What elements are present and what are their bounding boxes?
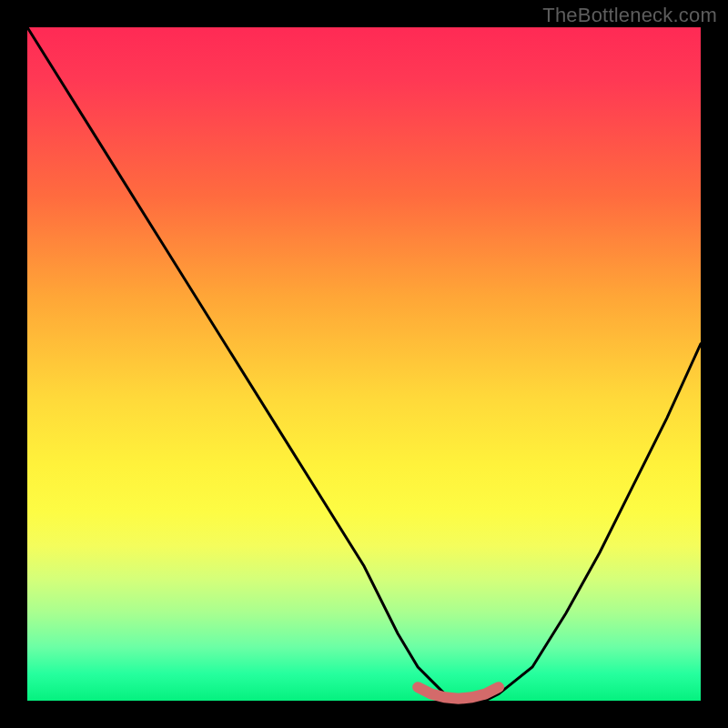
chart-svg	[27, 27, 701, 701]
chart-frame: TheBottleneck.com	[0, 0, 728, 728]
flat-marker-path	[418, 687, 499, 699]
watermark-text: TheBottleneck.com	[542, 4, 717, 27]
plot-area	[27, 27, 701, 701]
bottleneck-curve-path	[27, 27, 701, 701]
